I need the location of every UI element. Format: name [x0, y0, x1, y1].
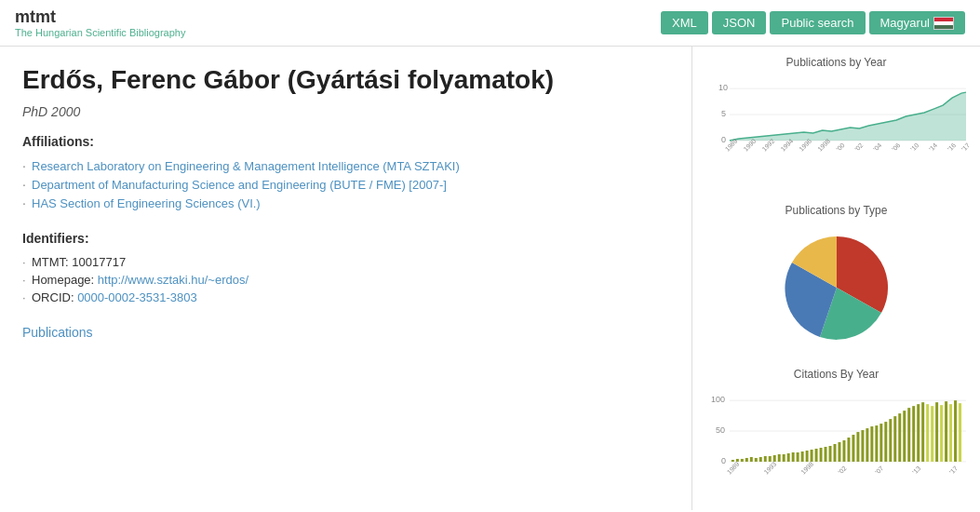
svg-rect-63 [898, 413, 901, 462]
svg-rect-66 [912, 406, 915, 462]
svg-marker-6 [730, 92, 966, 141]
pub-by-year-section: Publications by Year 10 5 0 1989 [702, 56, 971, 189]
svg-rect-59 [879, 424, 882, 462]
svg-rect-45 [815, 449, 818, 462]
svg-text:0: 0 [721, 456, 726, 465]
identifiers-list: MTMT: 10017717 Homepage: http://www.szta… [22, 253, 669, 306]
svg-rect-44 [811, 450, 813, 462]
identifiers-title: Identifiers: [22, 231, 669, 246]
right-panel: Publications by Year 10 5 0 1989 [691, 47, 980, 510]
svg-rect-47 [825, 447, 827, 462]
svg-rect-57 [870, 426, 873, 462]
svg-rect-72 [940, 405, 943, 462]
svg-rect-42 [801, 451, 804, 462]
svg-rect-37 [778, 454, 781, 462]
svg-rect-43 [806, 451, 809, 462]
json-button[interactable]: JSON [712, 11, 767, 34]
list-item: Research Laboratory on Engineering & Man… [22, 156, 669, 175]
hungarian-flag-icon [933, 17, 954, 30]
svg-rect-35 [769, 456, 772, 462]
publications-link[interactable]: Publications [22, 325, 93, 340]
svg-rect-60 [884, 422, 887, 462]
homepage-label: Homepage: [32, 273, 98, 287]
homepage-link[interactable]: http://www.sztaki.hu/~erdos/ [98, 273, 248, 287]
svg-text:'00: '00 [835, 141, 845, 152]
affiliation-link-1[interactable]: Research Laboratory on Engineering & Man… [32, 159, 460, 173]
svg-rect-62 [893, 416, 896, 462]
magyar-label: Magyarul [880, 16, 930, 30]
affiliations-title: Affiliations: [22, 134, 669, 149]
svg-text:50: 50 [716, 425, 725, 435]
svg-rect-41 [797, 452, 799, 462]
nav-buttons: XML JSON Public search Magyarul [661, 11, 965, 34]
brand-subtitle: The Hungarian Scientific Bibliography [15, 27, 185, 38]
pub-by-year-chart: 10 5 0 1989 1990 1992 1994 1996 [702, 74, 971, 189]
svg-rect-58 [875, 425, 878, 462]
list-item: MTMT: 10017717 [22, 253, 669, 271]
svg-rect-49 [834, 444, 837, 462]
svg-rect-36 [773, 455, 776, 462]
svg-rect-48 [829, 446, 832, 462]
list-item: Homepage: http://www.sztaki.hu/~erdos/ [22, 271, 669, 289]
svg-text:'14: '14 [928, 141, 938, 152]
header: mtmt The Hungarian Scientific Bibliograp… [0, 0, 980, 47]
list-item: ORCID: 0000-0002-3531-3803 [22, 289, 669, 306]
brand-title: mtmt [15, 7, 185, 27]
svg-rect-74 [949, 404, 952, 462]
svg-rect-46 [820, 448, 823, 462]
svg-rect-56 [866, 428, 868, 462]
svg-rect-68 [921, 402, 924, 462]
svg-rect-38 [783, 454, 785, 462]
svg-text:'02: '02 [837, 465, 847, 475]
pub-by-type-chart [702, 222, 971, 353]
left-panel: Erdős, Ferenc Gábor (Gyártási folyamatok… [0, 47, 691, 510]
svg-text:'07: '07 [874, 465, 884, 475]
svg-rect-73 [945, 401, 947, 462]
public-search-button[interactable]: Public search [770, 11, 865, 34]
pub-by-year-title: Publications by Year [702, 56, 971, 69]
list-item: HAS Section of Engineering Sciences (VI.… [22, 194, 669, 212]
citations-by-year-title: Citations By Year [702, 368, 971, 381]
svg-rect-40 [792, 452, 795, 462]
citations-by-year-section: Citations By Year 100 50 0 [702, 368, 971, 510]
svg-rect-65 [907, 408, 910, 462]
svg-text:'17: '17 [948, 465, 959, 475]
svg-rect-70 [931, 406, 933, 462]
svg-rect-67 [917, 404, 920, 462]
svg-rect-53 [852, 435, 854, 462]
affiliations-list: Research Laboratory on Engineering & Man… [22, 156, 669, 212]
svg-text:'10: '10 [909, 141, 920, 152]
svg-text:10: 10 [718, 83, 728, 92]
list-item: Department of Manufacturing Science and … [22, 175, 669, 194]
orcid-link[interactable]: 0000-0002-3531-3803 [77, 290, 197, 304]
affiliation-link-3[interactable]: HAS Section of Engineering Sciences (VI.… [32, 196, 261, 210]
svg-rect-33 [759, 457, 762, 462]
svg-text:'13: '13 [911, 465, 921, 475]
svg-rect-64 [903, 411, 906, 462]
person-name: Erdős, Ferenc Gábor (Gyártási folyamatok… [22, 65, 669, 95]
citations-by-year-chart: 100 50 0 [702, 386, 971, 510]
magyar-button[interactable]: Magyarul [869, 11, 965, 34]
svg-rect-29 [741, 459, 744, 462]
svg-rect-50 [838, 442, 840, 462]
svg-rect-69 [926, 404, 929, 462]
svg-rect-51 [842, 440, 845, 462]
brand: mtmt The Hungarian Scientific Bibliograp… [15, 7, 185, 38]
svg-text:1993: 1993 [763, 461, 778, 476]
xml-button[interactable]: XML [661, 11, 708, 34]
svg-text:'17: '17 [960, 141, 971, 152]
affiliation-link-2[interactable]: Department of Manufacturing Science and … [32, 178, 447, 192]
svg-text:1989: 1989 [726, 461, 741, 476]
svg-rect-32 [755, 458, 758, 462]
orcid-label: ORCID: [32, 290, 77, 304]
svg-text:'16: '16 [946, 141, 957, 152]
svg-text:5: 5 [721, 109, 726, 118]
svg-text:0: 0 [721, 135, 726, 144]
pub-by-type-section: Publications by Type [702, 204, 971, 353]
svg-text:'06: '06 [891, 141, 901, 152]
svg-text:'04: '04 [872, 141, 882, 152]
svg-rect-75 [954, 400, 957, 462]
main-layout: Erdős, Ferenc Gábor (Gyártási folyamatok… [0, 47, 980, 510]
svg-text:1998: 1998 [799, 461, 814, 476]
pub-by-type-title: Publications by Type [702, 204, 971, 217]
